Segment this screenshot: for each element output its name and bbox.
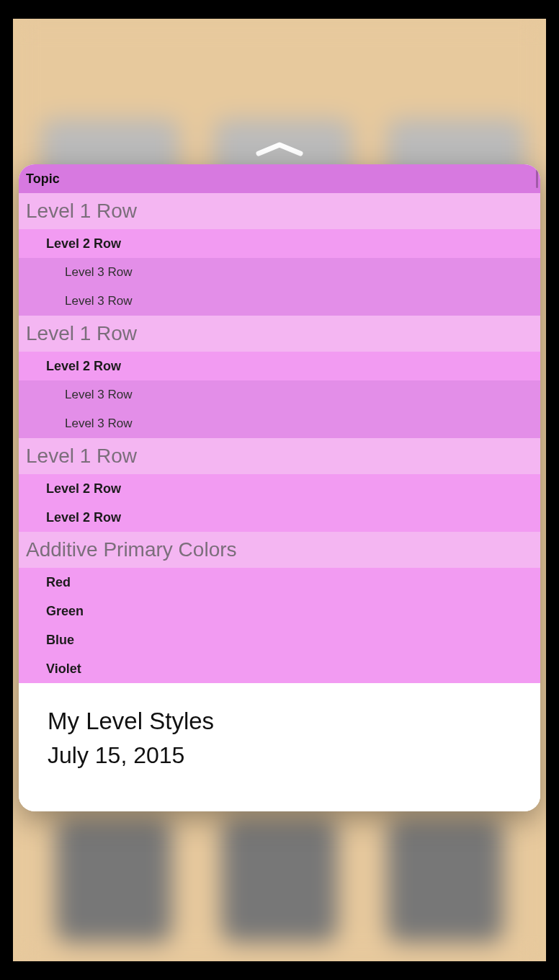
document-date: July 15, 2015 [48,742,511,769]
outline-row-level-1: Additive Primary Colors [19,532,540,568]
row-text: Level 3 Row [65,265,133,280]
outline-row-level-1: Level 1 Row [19,193,540,229]
outline-row-level-2: Level 2 Row [19,474,540,503]
outline-row-level-2: Green [19,597,540,625]
row-text: Level 3 Row [65,294,133,308]
outline-row-level-2: Level 2 Row [19,229,540,258]
row-text: Level 1 Row [26,322,137,345]
outline-row-level-1: Level 1 Row [19,438,540,474]
chevron-up-icon[interactable] [251,138,308,160]
row-text: Level 1 Row [26,200,137,223]
screen: Topic Level 1 Row Level 2 Row Level 3 Ro… [13,19,546,961]
outline-row-level-3: Level 3 Row [19,409,540,438]
row-text: Level 3 Row [65,416,133,431]
row-text: Violet [46,662,81,677]
outline-row-level-2: Level 2 Row [19,503,540,532]
document-footer: My Level Styles July 15, 2015 [19,687,540,811]
document-preview-card[interactable]: Topic Level 1 Row Level 2 Row Level 3 Ro… [19,164,540,811]
row-text: Additive Primary Colors [26,538,237,561]
row-text: Level 2 Row [46,510,121,525]
row-text: Level 1 Row [26,445,137,468]
row-text: Red [46,575,71,590]
column-header-label: Topic [26,172,60,187]
outline-row-level-3: Level 3 Row [19,380,540,409]
outline-row-level-2: Red [19,568,540,597]
outline-row-level-2: Violet [19,654,540,683]
row-text: Level 2 Row [46,236,121,251]
outline-row-level-3: Level 3 Row [19,287,540,316]
outline-row-level-3: Level 3 Row [19,258,540,287]
outline-row-level-2: Level 2 Row [19,352,540,380]
column-divider [536,169,538,188]
outline-row-level-1: Level 1 Row [19,316,540,352]
outline-preview: Topic Level 1 Row Level 2 Row Level 3 Ro… [19,164,540,687]
outline-row-level-2: Blue [19,625,540,654]
row-text: Level 2 Row [46,481,121,496]
column-header-topic: Topic [19,164,540,193]
row-text: Level 3 Row [65,388,133,402]
device-frame: Topic Level 1 Row Level 2 Row Level 3 Ro… [0,0,559,980]
row-text: Green [46,604,84,619]
row-text: Blue [46,633,74,648]
row-text: Level 2 Row [46,359,121,374]
document-title: My Level Styles [48,708,511,735]
